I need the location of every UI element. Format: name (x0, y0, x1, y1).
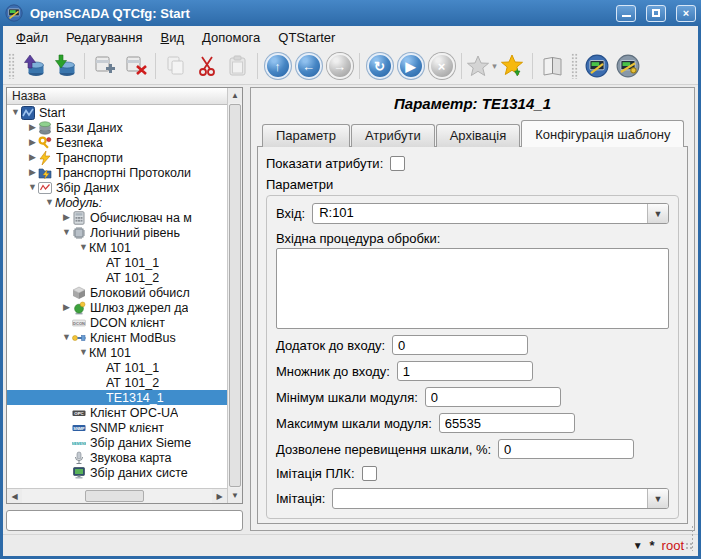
field-input-4[interactable] (498, 439, 634, 459)
tree-item-обчислювач-на-м[interactable]: ▶Обчислювач на м (7, 210, 227, 225)
tree-item-збір-даних-sieme[interactable]: SIEMENSЗбір даних Sieme (7, 435, 227, 450)
resize-grip-icon[interactable] (685, 542, 694, 551)
show-attributes-checkbox[interactable] (390, 156, 405, 171)
tree-item-звукова-карта[interactable]: Звукова карта (7, 450, 227, 465)
field-input-2[interactable] (425, 387, 561, 407)
expander-closed-icon[interactable]: ▶ (27, 120, 38, 135)
tab-archiving[interactable]: Архівація (436, 124, 521, 147)
tree-column-header[interactable]: Назва (7, 88, 227, 105)
expander-open-icon[interactable]: ▼ (61, 330, 72, 345)
tree-item-логічний-рівень[interactable]: ▼Логічний рівень (7, 225, 227, 240)
tree-item-клієнт-modbus[interactable]: ▼Клієнт ModBus (7, 330, 227, 345)
expander-open-icon[interactable]: ▼ (10, 105, 21, 120)
field-input-3[interactable] (439, 413, 575, 433)
scroll-left-icon[interactable]: ◀ (7, 489, 22, 503)
imitation-combobox-value (333, 489, 647, 508)
vscroll-thumb[interactable] (229, 104, 241, 487)
tab-attributes[interactable]: Атрибути (351, 124, 435, 147)
tab-parameter[interactable]: Параметр (262, 124, 350, 147)
tree-item-dcon-клієнт[interactable]: DCONDCON клієнт (7, 315, 227, 330)
manual-button[interactable] (537, 51, 568, 82)
tree-item-клієнт-opc-ua[interactable]: OPCКлієнт OPC-UA (7, 405, 227, 420)
expander-closed-icon[interactable]: ▶ (27, 135, 38, 150)
field-input-1[interactable] (397, 361, 533, 381)
cut-item-button[interactable] (191, 51, 222, 82)
tree-item-транспорти[interactable]: ▶Транспорти (7, 150, 227, 165)
menu-file[interactable]: Файл (7, 28, 57, 47)
tree-vscrollbar[interactable]: ▲ ▼ (227, 88, 242, 503)
titlebar[interactable]: OpenSCADA QTCfg: Start × (0, 0, 701, 26)
expander-open-icon[interactable]: ▼ (61, 225, 72, 240)
load-from-db-button[interactable] (18, 51, 49, 82)
expander-closed-icon[interactable]: ▶ (61, 210, 72, 225)
tree-item-безпека[interactable]: ▶Безпека (7, 135, 227, 150)
tab-template-config[interactable]: Конфігурація шаблону (521, 120, 684, 147)
maximize-button[interactable] (646, 5, 666, 22)
imitation-plc-checkbox[interactable] (362, 466, 377, 481)
close-button[interactable]: × (676, 5, 696, 22)
scroll-down-icon[interactable]: ▼ (228, 488, 242, 503)
add-item-button[interactable] (89, 51, 120, 82)
imitation-combobox[interactable]: ▼ (332, 488, 669, 509)
status-dropdown-icon[interactable]: ▼ (633, 540, 643, 551)
paste-item-button[interactable] (222, 51, 253, 82)
scroll-right-icon[interactable]: ▶ (212, 489, 227, 503)
chevron-down-icon[interactable]: ▼ (647, 204, 668, 223)
tree-item-шлюз-джерел-да[interactable]: ▶Шлюз джерел да (7, 300, 227, 315)
minimize-button[interactable] (616, 5, 636, 22)
qtstarter-vision-button[interactable] (612, 51, 643, 82)
tree-item-транспортні-протоколи[interactable]: ▶Транспортні Протоколи (7, 165, 227, 180)
splitter[interactable] (243, 87, 250, 531)
tree-search-input[interactable] (6, 510, 243, 531)
menu-help[interactable]: Допомога (193, 28, 269, 47)
favorites-button[interactable]: ▾ (466, 51, 497, 82)
start-updating-button[interactable]: ▶ (395, 51, 426, 82)
menu-edit[interactable]: Редагування (57, 28, 152, 47)
expander-closed-icon[interactable]: ▶ (27, 165, 38, 180)
procedure-textarea[interactable] (276, 248, 669, 329)
expander-closed-icon[interactable]: ▶ (27, 150, 38, 165)
tree-item-label: SNMP клієнт (90, 421, 164, 435)
tree-item-ат-101-2[interactable]: АТ 101_2 (7, 270, 227, 285)
forward-button[interactable]: → (324, 51, 355, 82)
input-combobox[interactable]: R:101 ▼ (312, 203, 669, 224)
expander-open-icon[interactable]: ▼ (44, 195, 55, 210)
tree-item-ат-101-2[interactable]: АТ 101_2 (7, 375, 227, 390)
tree-item-start[interactable]: ▼Start (7, 105, 227, 120)
tree-item-збір-даних-систе[interactable]: Збір даних систе (7, 465, 227, 480)
expander-open-icon[interactable]: ▼ (78, 240, 89, 255)
expander-closed-icon[interactable]: ▶ (61, 300, 72, 315)
refresh-button[interactable]: ↻ (364, 51, 395, 82)
hscroll-thumb[interactable] (85, 490, 144, 502)
expander-open-icon[interactable]: ▼ (27, 180, 38, 195)
chevron-down-icon[interactable]: ▼ (647, 489, 668, 508)
tree-item-км-101[interactable]: ▼КМ 101 (7, 240, 227, 255)
tree-item-модуль-[interactable]: ▼Модуль: (7, 195, 227, 210)
tree-item-км-101[interactable]: ▼КМ 101 (7, 345, 227, 360)
save-to-db-button[interactable] (49, 51, 80, 82)
remove-item-button[interactable] (120, 51, 151, 82)
copy-item-button[interactable] (160, 51, 191, 82)
up-level-button[interactable]: ↑ (262, 51, 293, 82)
navigator-pane: Назва ▼Start▶Бази Даних▶Безпека▶Транспор… (6, 87, 243, 531)
qtstarter-qtcfg-button[interactable] (581, 51, 612, 82)
expander-open-icon[interactable]: ▼ (78, 345, 89, 360)
tree-item-збір-даних[interactable]: ▼Збір Даних (7, 180, 227, 195)
current-user[interactable]: root (662, 538, 684, 553)
scroll-up-icon[interactable]: ▲ (228, 88, 242, 103)
menu-qtstarter[interactable]: QTStarter (269, 28, 344, 47)
tree-item-ат-101-1[interactable]: АТ 101_1 (7, 360, 227, 375)
stop-updating-button[interactable]: × (426, 51, 457, 82)
tree-item-ат-101-1[interactable]: АТ 101_1 (7, 255, 227, 270)
toolbar-handle[interactable] (8, 53, 15, 79)
field-input-0[interactable] (392, 335, 528, 355)
tree-hscrollbar[interactable]: ◀ ▶ (7, 488, 227, 503)
tree-item-te1314-1[interactable]: TE1314_1 (7, 390, 227, 405)
toolbar-handle[interactable] (571, 53, 578, 79)
add-favorite-button[interactable] (497, 51, 528, 82)
tree-item-блоковий-обчисл[interactable]: Блоковий обчисл (7, 285, 227, 300)
back-button[interactable]: ← (293, 51, 324, 82)
tree-item-snmp-клієнт[interactable]: SNMPSNMP клієнт (7, 420, 227, 435)
tree-item-бази-даних[interactable]: ▶Бази Даних (7, 120, 227, 135)
menu-view[interactable]: Вид (151, 28, 193, 47)
